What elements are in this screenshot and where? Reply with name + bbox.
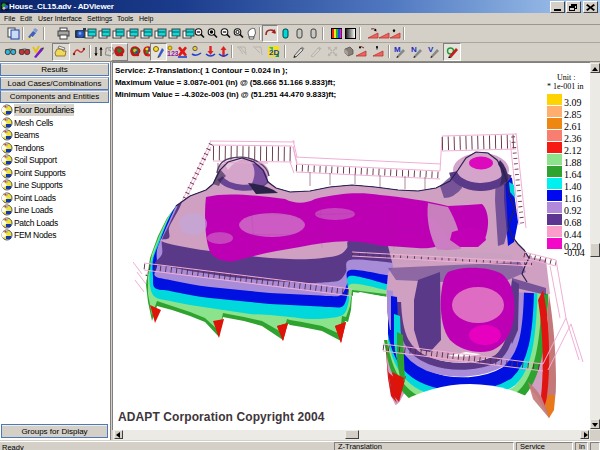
svg-text:2D: 2D bbox=[269, 48, 279, 57]
svg-text:N: N bbox=[411, 45, 417, 54]
svg-text:V: V bbox=[428, 45, 434, 54]
